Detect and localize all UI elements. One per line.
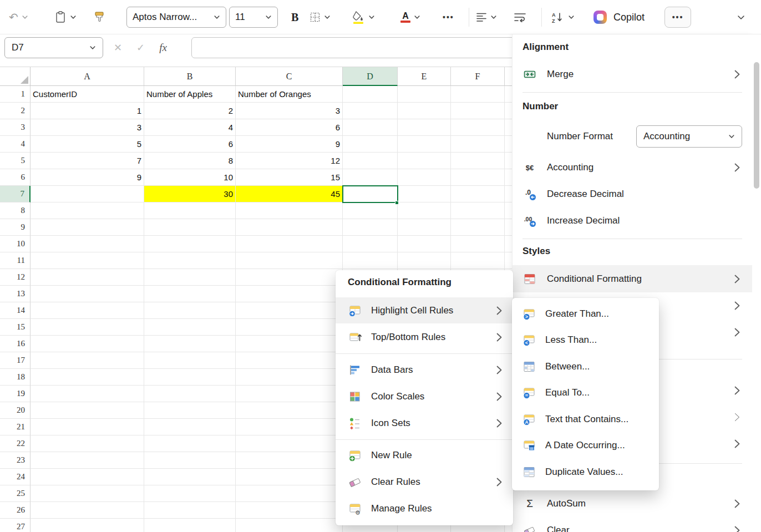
cell-D3[interactable]	[343, 119, 398, 136]
chevron-down-icon[interactable]	[324, 14, 331, 21]
menu-item-new-rule[interactable]: New Rule	[336, 442, 513, 468]
submenu-item-equal-to[interactable]: = Equal To...	[512, 380, 659, 407]
more-font-options-button[interactable]: •••	[443, 0, 454, 34]
cell-B21[interactable]	[144, 419, 236, 435]
cell-F10[interactable]	[451, 236, 505, 252]
cell-E1[interactable]	[398, 86, 451, 103]
cell-C16[interactable]	[236, 336, 343, 352]
cell-C9[interactable]	[236, 219, 343, 236]
cell-B10[interactable]	[144, 236, 236, 252]
cell-C23[interactable]	[236, 452, 343, 469]
cell-E6[interactable]	[398, 169, 451, 186]
cell-E4[interactable]	[398, 136, 451, 153]
cell-A18[interactable]	[31, 369, 144, 386]
cell-A2[interactable]: 1	[31, 103, 144, 119]
scrollbar-thumb[interactable]	[754, 62, 759, 189]
cell-A17[interactable]	[31, 352, 144, 369]
conditional-formatting-item[interactable]: Conditional Formatting	[513, 265, 752, 292]
cell-C22[interactable]	[236, 435, 343, 452]
cell-B22[interactable]	[144, 435, 236, 452]
cell-C12[interactable]	[236, 269, 343, 286]
column-header-C[interactable]: C	[236, 67, 343, 86]
cell-B14[interactable]	[144, 302, 236, 319]
row-header-21[interactable]: 21	[0, 419, 31, 435]
cell-B17[interactable]	[144, 352, 236, 369]
row-header-24[interactable]: 24	[0, 469, 31, 485]
cell-C13[interactable]	[236, 286, 343, 302]
cell-D5[interactable]	[343, 153, 398, 169]
row-header-9[interactable]: 9	[0, 219, 31, 236]
cell-F9[interactable]	[451, 219, 505, 236]
cell-C17[interactable]	[236, 352, 343, 369]
cell-A7[interactable]	[31, 186, 144, 202]
cell-D11[interactable]	[343, 252, 398, 269]
column-header-D[interactable]: D	[343, 67, 398, 86]
cell-E8[interactable]	[398, 202, 451, 219]
cell-A8[interactable]	[31, 202, 144, 219]
fill-handle[interactable]	[395, 201, 399, 205]
cell-A13[interactable]	[31, 286, 144, 302]
cell-D6[interactable]	[343, 169, 398, 186]
sort-filter-group[interactable]: AZ	[550, 0, 575, 34]
cell-C20[interactable]	[236, 402, 343, 419]
cell-E3[interactable]	[398, 119, 451, 136]
cell-B24[interactable]	[144, 469, 236, 485]
chevron-down-icon[interactable]	[368, 14, 375, 21]
menu-item-clear-rules[interactable]: Clear Rules	[336, 469, 513, 495]
cell-C2[interactable]: 3	[236, 103, 343, 119]
cell-C18[interactable]	[236, 369, 343, 386]
select-all-button[interactable]	[0, 67, 31, 86]
submenu-item-duplicate-values[interactable]: Duplicate Values...	[512, 459, 659, 485]
cell-B27[interactable]	[144, 519, 236, 532]
row-header-20[interactable]: 20	[0, 402, 31, 419]
cell-D1[interactable]	[343, 86, 398, 103]
chevron-down-icon[interactable]	[22, 14, 28, 21]
cell-E5[interactable]	[398, 153, 451, 169]
submenu-item-a-date-occurring[interactable]: A Date Occurring...	[512, 433, 659, 459]
cell-B18[interactable]	[144, 369, 236, 386]
cell-A14[interactable]	[31, 302, 144, 319]
chevron-down-icon[interactable]	[414, 14, 420, 21]
number-format-dropdown[interactable]: Accounting	[636, 125, 742, 148]
cell-C19[interactable]	[236, 386, 343, 402]
cell-C21[interactable]	[236, 419, 343, 435]
cell-F8[interactable]	[451, 202, 505, 219]
cell-E2[interactable]	[398, 103, 451, 119]
format-painter-button[interactable]	[93, 0, 105, 34]
cell-A9[interactable]	[31, 219, 144, 236]
undo-group[interactable]: ↶	[9, 0, 28, 34]
cell-C3[interactable]: 6	[236, 119, 343, 136]
increase-decimal-item[interactable]: .00 Increase Decimal	[513, 207, 752, 234]
cell-C25[interactable]	[236, 485, 343, 502]
cell-B1[interactable]: Number of Apples	[144, 86, 236, 103]
row-header-10[interactable]: 10	[0, 236, 31, 252]
cell-C24[interactable]	[236, 469, 343, 485]
cell-E9[interactable]	[398, 219, 451, 236]
cell-A10[interactable]	[31, 236, 144, 252]
fill-color-icon[interactable]	[352, 10, 365, 24]
wrap-text-button[interactable]	[514, 0, 527, 34]
cell-A3[interactable]: 3	[31, 119, 144, 136]
cell-D8[interactable]	[343, 202, 398, 219]
cell-B6[interactable]: 10	[144, 169, 236, 186]
row-header-19[interactable]: 19	[0, 386, 31, 402]
name-box[interactable]: D7	[4, 37, 103, 58]
row-header-1[interactable]: 1	[0, 86, 31, 103]
column-header-F[interactable]: F	[451, 67, 505, 86]
column-header-E[interactable]: E	[398, 67, 451, 86]
row-header-22[interactable]: 22	[0, 435, 31, 452]
cell-A26[interactable]	[31, 502, 144, 519]
cell-A21[interactable]	[31, 419, 144, 435]
cell-B25[interactable]	[144, 485, 236, 502]
cell-B8[interactable]	[144, 202, 236, 219]
cell-A15[interactable]	[31, 319, 144, 336]
cell-C8[interactable]	[236, 202, 343, 219]
paste-group[interactable]	[54, 0, 77, 34]
cell-C10[interactable]	[236, 236, 343, 252]
bold-button[interactable]: B	[291, 0, 298, 34]
menu-item-data-bars[interactable]: Data Bars	[336, 357, 513, 383]
cell-C7[interactable]: 45	[236, 186, 343, 202]
cancel-icon[interactable]: ✕	[114, 42, 122, 54]
ribbon-collapse-button[interactable]	[737, 0, 745, 34]
ribbon-overflow-button[interactable]: •••	[664, 7, 691, 28]
